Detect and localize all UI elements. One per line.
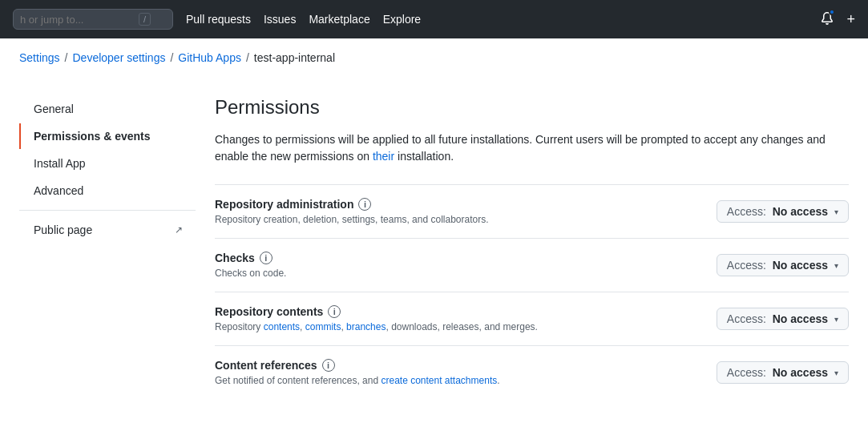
info-icon-content-refs[interactable]: i xyxy=(322,359,335,372)
issues-link[interactable]: Issues xyxy=(264,13,296,26)
breadcrumb: Settings / Developer settings / GitHub A… xyxy=(0,38,868,77)
breadcrumb-sep-3: / xyxy=(246,51,249,64)
top-navigation: / Pull requests Issues Marketplace Explo… xyxy=(0,0,868,38)
permission-row-checks: Checks i Checks on code. Access: No acce… xyxy=(215,238,849,292)
sidebar-divider xyxy=(19,210,196,211)
permission-title-text-content-refs: Content references xyxy=(215,359,317,372)
dropdown-arrow-checks: ▾ xyxy=(834,261,838,270)
info-icon-repo-admin[interactable]: i xyxy=(358,198,371,211)
permission-row-content-refs: Content references i Get notified of con… xyxy=(215,345,849,399)
access-dropdown-checks[interactable]: Access: No access ▾ xyxy=(717,254,849,276)
permission-row-repo-admin: Repository administration i Repository c… xyxy=(215,184,849,238)
permission-info-checks: Checks i Checks on code. xyxy=(215,252,704,279)
permission-info-repo-contents: Repository contents i Repository content… xyxy=(215,305,704,332)
permission-desc-repo-contents: Repository contents, commits, branches, … xyxy=(215,321,704,332)
permission-desc-checks: Checks on code. xyxy=(215,268,704,279)
access-dropdown-repo-admin[interactable]: Access: No access ▾ xyxy=(717,200,849,223)
sidebar-item-public-page[interactable]: Public page ↗ xyxy=(19,217,196,243)
permission-title-repo-admin: Repository administration i xyxy=(215,198,704,211)
permission-row-repo-contents: Repository contents i Repository content… xyxy=(215,292,849,345)
access-value-repo-admin: No access xyxy=(769,205,828,218)
create-attachments-link[interactable]: create content attachments xyxy=(381,375,497,386)
search-input[interactable] xyxy=(20,14,132,26)
breadcrumb-sep-1: / xyxy=(65,51,68,64)
contents-link[interactable]: contents xyxy=(264,321,300,332)
breadcrumb-sep-2: / xyxy=(170,51,173,64)
permission-title-checks: Checks i xyxy=(215,252,704,264)
slash-key: / xyxy=(139,13,151,26)
page-title: Permissions xyxy=(215,96,849,119)
access-label-checks: Access: xyxy=(727,259,766,272)
content-notice: Changes to permissions will be applied t… xyxy=(215,131,849,165)
access-label-content-refs: Access: xyxy=(727,366,766,379)
breadcrumb-current: test-app-internal xyxy=(254,51,335,64)
sidebar: General Permissions & events Install App… xyxy=(19,96,196,399)
breadcrumb-developer-settings[interactable]: Developer settings xyxy=(72,51,165,64)
sidebar-item-general[interactable]: General xyxy=(19,96,196,122)
access-value-content-refs: No access xyxy=(769,366,828,379)
access-value-repo-contents: No access xyxy=(769,312,828,325)
permission-title-text: Repository administration xyxy=(215,198,353,211)
topnav-links: Pull requests Issues Marketplace Explore xyxy=(186,13,808,26)
sidebar-item-permissions-events[interactable]: Permissions & events xyxy=(19,123,196,149)
sidebar-item-install-app[interactable]: Install App xyxy=(19,151,196,176)
breadcrumb-github-apps[interactable]: GitHub Apps xyxy=(178,51,241,64)
permission-title-repo-contents: Repository contents i xyxy=(215,305,704,318)
external-link-icon: ↗ xyxy=(175,224,183,236)
permission-desc-repo-admin: Repository creation, deletion, settings,… xyxy=(215,214,704,225)
notification-dot xyxy=(829,9,835,15)
access-value-checks: No access xyxy=(769,259,828,272)
public-page-label: Public page xyxy=(34,224,92,236)
plus-icon[interactable]: + xyxy=(846,11,855,28)
search-box[interactable]: / xyxy=(13,9,173,30)
access-label-repo-contents: Access: xyxy=(727,312,766,325)
permission-title-text-checks: Checks xyxy=(215,252,255,264)
main-layout: General Permissions & events Install App… xyxy=(0,77,868,418)
permission-title-text-repo-contents: Repository contents xyxy=(215,305,323,318)
main-content: Permissions Changes to permissions will … xyxy=(215,96,849,399)
info-icon-checks[interactable]: i xyxy=(260,252,273,264)
marketplace-link[interactable]: Marketplace xyxy=(309,13,369,26)
dropdown-arrow-repo-contents: ▾ xyxy=(834,315,838,324)
access-label-repo-admin: Access: xyxy=(727,205,766,218)
topnav-right: + xyxy=(821,10,855,29)
access-dropdown-content-refs[interactable]: Access: No access ▾ xyxy=(717,361,849,384)
access-dropdown-repo-contents[interactable]: Access: No access ▾ xyxy=(717,308,849,330)
permission-title-content-refs: Content references i xyxy=(215,359,704,372)
branches-link[interactable]: branches xyxy=(346,321,386,332)
permission-info-content-refs: Content references i Get notified of con… xyxy=(215,359,704,386)
dropdown-arrow-content-refs: ▾ xyxy=(834,368,838,377)
sidebar-item-advanced[interactable]: Advanced xyxy=(19,178,196,203)
dropdown-arrow-repo-admin: ▾ xyxy=(834,207,838,216)
info-icon-repo-contents[interactable]: i xyxy=(328,305,341,318)
commits-link[interactable]: commits xyxy=(305,321,341,332)
breadcrumb-settings[interactable]: Settings xyxy=(19,51,60,64)
permission-desc-content-refs: Get notified of content references, and … xyxy=(215,375,704,386)
their-link[interactable]: their xyxy=(373,150,394,163)
notifications-icon[interactable] xyxy=(821,10,834,29)
explore-link[interactable]: Explore xyxy=(383,13,421,26)
pull-requests-link[interactable]: Pull requests xyxy=(186,13,251,26)
permission-info-repo-admin: Repository administration i Repository c… xyxy=(215,198,704,225)
